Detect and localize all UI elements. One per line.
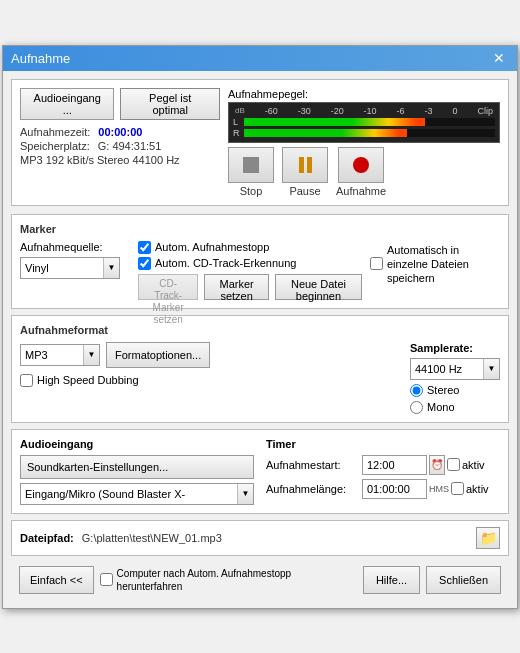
autom-cd-row: Autom. CD-Track-Erkennung	[138, 257, 362, 270]
aufnahmestart-label: Aufnahmestart:	[266, 459, 356, 471]
aufnahmelange-aktiv[interactable]	[451, 482, 464, 495]
format-controls: MP3 ▼ Formatoptionen...	[20, 342, 402, 368]
aufnahmestart-input[interactable]	[362, 455, 427, 475]
pegel-optimal-button[interactable]: Pegel ist optimal	[120, 88, 220, 120]
pause-button[interactable]	[282, 147, 328, 183]
format-dropdown[interactable]: MP3 ▼	[20, 344, 100, 366]
timer-title: Timer	[266, 438, 500, 450]
soundkarten-button[interactable]: Soundkarten-Einstellungen...	[20, 455, 254, 479]
aufnahmezeit-value: 00:00:00	[98, 126, 142, 138]
level-r-row: R	[233, 128, 495, 138]
scale-60: -60	[265, 106, 278, 116]
autom-stopp-label: Autom. Aufnahmestopp	[155, 241, 269, 253]
content-area: Audioeingang ... Pegel ist optimal Aufna…	[3, 71, 517, 608]
window-title: Aufnahme	[11, 51, 70, 66]
pause-bar-2	[307, 157, 312, 173]
autom-cd-checkbox[interactable]	[138, 257, 151, 270]
timer-right: Timer Aufnahmestart: ⏰ aktiv Aufnahmelän…	[266, 438, 500, 505]
main-window: Aufnahme ✕ Audioeingang ... Pegel ist op…	[2, 45, 518, 609]
eingang-arrow-icon[interactable]: ▼	[237, 484, 253, 504]
scale-6: -6	[397, 106, 405, 116]
scale-0: 0	[452, 106, 457, 116]
transport-buttons: Stop Pause	[228, 147, 500, 197]
eingang-value: Eingang/Mikro (Sound Blaster X-	[21, 486, 237, 502]
einfach-button[interactable]: Einfach <<	[19, 566, 94, 594]
title-bar: Aufnahme ✕	[3, 46, 517, 71]
format-value: MP3 192 kBit/s Stereo 44100 Hz	[20, 154, 180, 166]
aufnahmestart-aktiv-label: aktiv	[462, 459, 485, 471]
neue-datei-button[interactable]: Neue Datei beginnen	[275, 274, 362, 300]
audio-section-title: Audioeingang	[20, 438, 254, 450]
shutdown-checkbox[interactable]	[100, 573, 113, 586]
marker-btn-row: CD-Track-Marker setzen Marker setzen Neu…	[138, 274, 362, 300]
aufnahme-button[interactable]	[338, 147, 384, 183]
left-panel: Audioeingang ... Pegel ist optimal Aufna…	[20, 88, 220, 168]
mono-row: Mono	[410, 401, 455, 414]
samplerate-col: Samplerate: 44100 Hz ▼ Stereo Mono	[410, 342, 500, 414]
stop-icon	[243, 157, 259, 173]
vinyl-dropdown[interactable]: Vinyl ▼	[20, 257, 120, 279]
formatoptionen-button[interactable]: Formatoptionen...	[106, 342, 210, 368]
aufnahme-label: Aufnahme	[336, 185, 386, 197]
aufnahmelange-input[interactable]	[362, 479, 427, 499]
stereo-radio[interactable]	[410, 384, 423, 397]
pause-wrap: Pause	[282, 147, 328, 197]
r-label: R	[233, 128, 241, 138]
hilfe-button[interactable]: Hilfe...	[363, 566, 420, 594]
pause-label: Pause	[289, 185, 320, 197]
format-arrow-icon[interactable]: ▼	[83, 345, 99, 365]
format-left: MP3 ▼ Formatoptionen... High Speed Dubbi…	[20, 342, 402, 387]
pegel-label: Aufnahmepegel:	[228, 88, 500, 100]
aufnahmestart-spin[interactable]: ⏰	[429, 455, 445, 475]
high-speed-label: High Speed Dubbing	[37, 374, 139, 386]
format-value: MP3	[21, 347, 83, 363]
aufnahmelange-label: Aufnahmelänge:	[266, 483, 356, 495]
stop-button[interactable]	[228, 147, 274, 183]
info-section: Aufnahmezeit: 00:00:00 Speicherplatz: G:…	[20, 126, 220, 166]
audio-left: Audioeingang Soundkarten-Einstellungen..…	[20, 438, 254, 505]
pause-icon	[299, 157, 312, 173]
path-section: Dateipfad: G:\platten\test\NEW_01.mp3 📁	[11, 520, 509, 556]
hms-label: HMS	[429, 484, 449, 494]
checkboxes: Autom. Aufnahmestopp Autom. CD-Track-Erk…	[138, 241, 362, 270]
stereo-label: Stereo	[427, 384, 459, 396]
aufnahmequelle-label: Aufnahmequelle:	[20, 241, 130, 253]
audio-input-button[interactable]: Audioeingang ...	[20, 88, 114, 120]
marker-section: Marker Aufnahmequelle: Vinyl ▼ Autom. A	[11, 214, 509, 309]
samplerate-label: Samplerate:	[410, 342, 473, 354]
autom-stopp-checkbox[interactable]	[138, 241, 151, 254]
scale-20: -20	[331, 106, 344, 116]
eingang-dropdown[interactable]: Eingang/Mikro (Sound Blaster X- ▼	[20, 483, 254, 505]
right-check-col: Automatisch in einzelne Dateien speicher…	[370, 241, 500, 286]
schliessen-button[interactable]: Schließen	[426, 566, 501, 594]
shutdown-label: Computer nach Autom. Aufnahmestopp herun…	[117, 567, 357, 593]
pause-bar-1	[299, 157, 304, 173]
eingang-dropdown-wrap: Eingang/Mikro (Sound Blaster X- ▼	[20, 483, 254, 505]
aufnahmezeit-label: Aufnahmezeit:	[20, 126, 90, 138]
folder-button[interactable]: 📁	[476, 527, 500, 549]
scale-clip: Clip	[477, 106, 493, 116]
scale-30: -30	[298, 106, 311, 116]
vinyl-arrow-icon[interactable]: ▼	[103, 258, 119, 278]
scale-10: -10	[364, 106, 377, 116]
aufnahmelange-row: Aufnahmelänge: HMS aktiv	[266, 479, 500, 499]
samplerate-value: 44100 Hz	[411, 361, 483, 377]
samplerate-arrow-icon[interactable]: ▼	[483, 359, 499, 379]
aufnahmelange-group: HMS aktiv	[362, 479, 489, 499]
high-speed-checkbox[interactable]	[20, 374, 33, 387]
speicherplatz-label: Speicherplatz:	[20, 140, 90, 152]
scale-3: -3	[425, 106, 433, 116]
close-button[interactable]: ✕	[489, 51, 509, 65]
aufnahme-wrap: Aufnahme	[336, 147, 386, 197]
samplerate-dropdown[interactable]: 44100 Hz ▼	[410, 358, 500, 380]
aufnahmestart-aktiv[interactable]	[447, 458, 460, 471]
aufnahmezeit-row: Aufnahmezeit: 00:00:00	[20, 126, 220, 138]
stop-wrap: Stop	[228, 147, 274, 197]
middle-col: Autom. Aufnahmestopp Autom. CD-Track-Erk…	[138, 241, 362, 300]
autom-einzeln-checkbox[interactable]	[370, 257, 383, 270]
top-row: Audioeingang ... Pegel ist optimal Aufna…	[20, 88, 500, 197]
marker-setzen-button[interactable]: Marker setzen	[204, 274, 269, 300]
audio-btn-row: Audioeingang ... Pegel ist optimal	[20, 88, 220, 120]
autom-stopp-row: Autom. Aufnahmestopp	[138, 241, 362, 254]
mono-radio[interactable]	[410, 401, 423, 414]
